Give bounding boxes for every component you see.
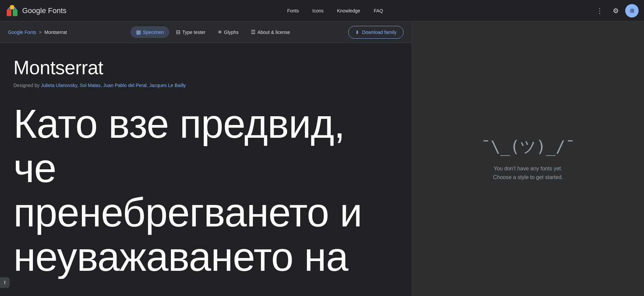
- feedback-button[interactable]: !: [0, 277, 10, 288]
- font-designers: Designed by Julieta Ulanovsky, Sol Matas…: [13, 83, 398, 88]
- breadcrumb-current-page: Montserrat: [44, 30, 67, 35]
- font-tabs: ▦ Specimen ⊟ Type tester ✳ Glyphs ☰ Abou…: [78, 26, 348, 38]
- type-tester-icon: ⊟: [176, 29, 180, 35]
- tab-about[interactable]: ☰ About & license: [245, 26, 295, 38]
- about-icon: ☰: [251, 29, 256, 35]
- font-title: Montserrat: [13, 56, 398, 79]
- selected-panel-body: ¯\_(ツ)_/¯ You don't have any fonts yet. …: [412, 22, 644, 296]
- tab-type-tester[interactable]: ⊟ Type tester: [171, 26, 211, 38]
- breadcrumb: Google Fonts > Montserrat: [8, 30, 67, 35]
- tab-type-tester-label: Type tester: [182, 30, 205, 35]
- designer-juan[interactable]: Juan Pablo del Peral: [103, 83, 146, 88]
- designer-sol[interactable]: Sol Matas: [80, 83, 100, 88]
- tab-specimen[interactable]: ▦ Specimen: [131, 26, 169, 38]
- nav-fonts[interactable]: Fonts: [282, 5, 304, 16]
- more-options-button[interactable]: ⋮: [593, 4, 606, 17]
- nav-icons-area: ⋮ ⚙ ⊞: [593, 4, 639, 17]
- specimen-display-text: Като взе предвид, че пренебрегването и н…: [13, 101, 398, 279]
- settings-button[interactable]: ⚙: [609, 4, 623, 17]
- designer-jacques[interactable]: Jacques Le Bailly: [149, 83, 186, 88]
- breadcrumb-home[interactable]: Google Fonts: [8, 30, 36, 35]
- designer-julieta[interactable]: Julieta Ulanovsky: [41, 83, 77, 88]
- main-content: Google Fonts > Montserrat ▦ Specimen ⊟ T…: [0, 22, 412, 296]
- google-logo-icon: [5, 4, 19, 17]
- download-label: Download family: [362, 30, 397, 35]
- breadcrumb-separator: >: [39, 30, 42, 35]
- tab-glyphs[interactable]: ✳ Glyphs: [212, 26, 244, 38]
- nav-knowledge[interactable]: Knowledge: [332, 5, 366, 16]
- top-navigation: Google Fonts Fonts Icons Knowledge FAQ ⋮…: [0, 0, 644, 22]
- logo-area[interactable]: Google Fonts: [5, 4, 66, 17]
- svg-rect-0: [7, 9, 11, 16]
- selected-family-panel: Selected family ✕ ¯\_(ツ)_/¯ You don't ha…: [412, 0, 644, 296]
- shrug-icon: ¯\_(ツ)_/¯: [481, 136, 575, 158]
- tab-glyphs-label: Glyphs: [224, 30, 239, 35]
- tab-about-label: About & license: [258, 30, 290, 35]
- nav-faq[interactable]: FAQ: [368, 5, 388, 16]
- feedback-icon: !: [4, 280, 6, 285]
- svg-rect-1: [13, 9, 17, 16]
- main-nav: Fonts Icons Knowledge FAQ: [77, 5, 593, 16]
- download-family-button[interactable]: ⬇ Download family: [348, 26, 404, 39]
- logo-text: Google Fonts: [22, 6, 66, 15]
- secondary-navigation: Google Fonts > Montserrat ▦ Specimen ⊟ T…: [0, 22, 412, 43]
- nav-icons[interactable]: Icons: [307, 5, 329, 16]
- specimen-icon: ▦: [136, 29, 141, 35]
- download-icon: ⬇: [355, 30, 359, 35]
- no-fonts-message: You don't have any fonts yet. Choose a s…: [493, 164, 563, 181]
- specimen-area: Като взе предвид, че пренебрегването и н…: [0, 101, 412, 279]
- tab-specimen-label: Specimen: [143, 30, 164, 35]
- glyphs-icon: ✳: [218, 29, 222, 35]
- svg-rect-2: [10, 5, 14, 9]
- apps-button[interactable]: ⊞: [625, 4, 639, 17]
- font-hero-section: Montserrat Designed by Julieta Ulanovsky…: [0, 43, 412, 88]
